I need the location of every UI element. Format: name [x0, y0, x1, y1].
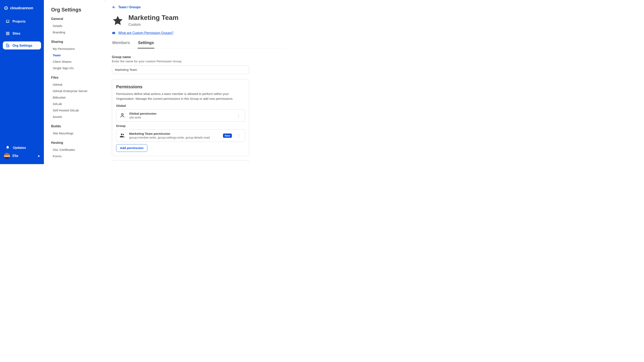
sidebar-title: Org Settings — [51, 7, 100, 13]
tab-settings[interactable]: Settings — [138, 40, 154, 48]
svg-rect-9 — [6, 34, 7, 35]
primary-nav: cloudcannon Projects Sites — [0, 0, 44, 164]
svg-rect-4 — [7, 32, 8, 33]
svg-rect-7 — [7, 33, 8, 34]
group-label-builds: Builds — [51, 124, 100, 128]
svg-point-15 — [121, 134, 122, 135]
page-title: Marketing Team — [128, 14, 178, 21]
perm-group-menu[interactable]: ⋮ — [236, 133, 242, 138]
link-github[interactable]: GitHub — [51, 81, 100, 88]
perm-global-menu[interactable]: ⋮ — [236, 113, 242, 118]
main: Team / Groups Marketing Team Custom What… — [104, 0, 293, 164]
group-label-general: General — [51, 17, 100, 21]
settings-sidebar: Org Settings General Details Branding Sh… — [44, 0, 104, 164]
brand-name: cloudcannon — [10, 6, 33, 10]
grid-icon — [6, 31, 10, 35]
link-forms[interactable]: Forms — [51, 153, 100, 159]
people-icon — [119, 132, 126, 139]
svg-rect-11 — [8, 34, 9, 35]
laptop-icon — [6, 19, 10, 23]
nav-user[interactable]: Ella ▶ — [3, 152, 41, 160]
perm-section-group: Group — [116, 124, 245, 128]
link-self-gitlab[interactable]: Self Hosted GitLab — [51, 107, 100, 114]
star-icon — [112, 15, 124, 26]
help-link[interactable]: What are Custom Permission Groups? — [112, 31, 285, 35]
bell-icon — [6, 146, 10, 150]
link-ghe[interactable]: GitHub Enterprise Server — [51, 88, 100, 94]
svg-rect-6 — [6, 33, 7, 34]
link-client-shares[interactable]: Client Shares — [51, 58, 100, 65]
tabs: Members Settings — [112, 40, 285, 48]
link-site-mountings[interactable]: Site Mountings — [51, 130, 100, 137]
group-name-label: Group name — [112, 55, 249, 59]
svg-rect-3 — [6, 32, 7, 33]
brand[interactable]: cloudcannon — [4, 6, 40, 10]
link-details[interactable]: Details — [51, 23, 100, 29]
group-label-files: Files — [51, 76, 100, 79]
link-ssl[interactable]: SSL Certificates — [51, 147, 100, 153]
permissions-desc: Permissions define what actions a team m… — [116, 91, 245, 101]
link-my-permissions[interactable]: My Permissions — [51, 46, 100, 52]
svg-rect-2 — [6, 20, 9, 22]
svg-rect-13 — [8, 45, 9, 47]
nav-updates[interactable]: Updates — [3, 144, 41, 152]
arrow-left-icon — [112, 5, 116, 9]
svg-point-16 — [123, 134, 124, 135]
svg-rect-10 — [7, 34, 8, 35]
group-label-sharing: Sharing — [51, 40, 100, 44]
group-name-input[interactable] — [112, 65, 249, 74]
brand-logo-icon — [4, 6, 8, 10]
perm-row-group[interactable]: Marketing Team permission group:member:w… — [116, 129, 245, 142]
permissions-heading: Permissions — [116, 84, 245, 89]
group-label-hosting: Hosting — [51, 141, 100, 145]
link-gitlab[interactable]: GitLab — [51, 101, 100, 107]
svg-rect-12 — [6, 44, 8, 47]
svg-rect-8 — [8, 33, 9, 34]
new-badge: New — [223, 134, 232, 138]
perm-row-global[interactable]: Global permission site:write ⋮ — [116, 109, 245, 122]
next-card-stub — [112, 160, 249, 163]
building-icon — [6, 43, 10, 47]
avatar — [4, 153, 10, 159]
tab-members[interactable]: Members — [112, 40, 130, 48]
svg-point-1 — [6, 7, 6, 8]
link-bitbucket[interactable]: Bitbucket — [51, 94, 100, 101]
nav-projects[interactable]: Projects — [3, 17, 41, 25]
permissions-card: Permissions Permissions define what acti… — [112, 79, 249, 156]
link-sso[interactable]: Single Sign-On — [51, 65, 100, 71]
perm-section-global: Global — [116, 104, 245, 108]
nav-sites[interactable]: Sites — [3, 29, 41, 37]
link-branding[interactable]: Branding — [51, 29, 100, 35]
link-assets[interactable]: Assets — [51, 114, 100, 120]
person-icon — [119, 112, 126, 119]
nav-org-settings[interactable]: Org Settings — [3, 41, 41, 49]
caret-right-icon: ▶ — [38, 155, 40, 157]
map-icon — [112, 31, 116, 35]
breadcrumb[interactable]: Team / Groups — [112, 5, 285, 9]
link-team[interactable]: Team — [51, 52, 100, 58]
svg-rect-5 — [8, 32, 9, 33]
page-subtitle: Custom — [128, 22, 178, 27]
add-permission-button[interactable]: Add permission — [116, 144, 147, 152]
group-name-hint: Enter the name for your custom Permissio… — [112, 59, 249, 63]
svg-point-14 — [122, 113, 123, 115]
